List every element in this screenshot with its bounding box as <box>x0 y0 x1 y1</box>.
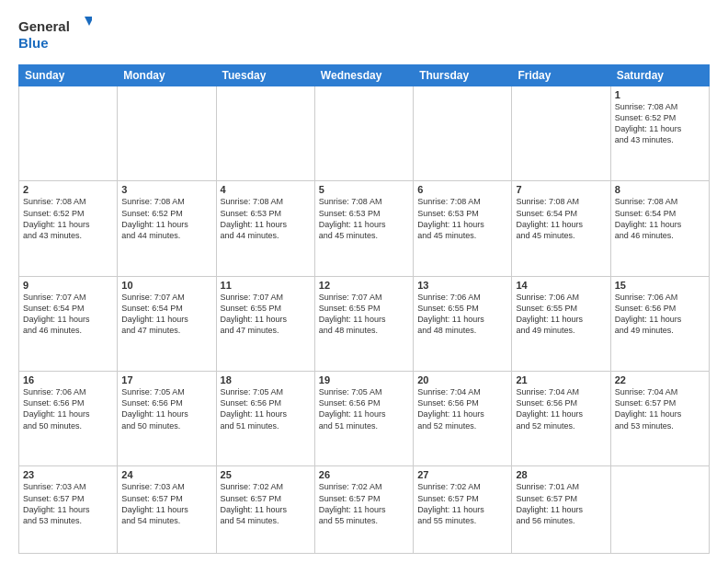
header-sunday: Sunday <box>19 65 118 86</box>
calendar-cell: 12Sunrise: 7:07 AM Sunset: 6:55 PM Dayli… <box>314 276 413 371</box>
day-number: 11 <box>221 280 311 291</box>
day-number: 17 <box>121 374 211 385</box>
day-number: 20 <box>417 374 507 385</box>
day-number: 8 <box>615 184 705 195</box>
day-info: Sunrise: 7:03 AM Sunset: 6:57 PM Dayligh… <box>121 481 211 526</box>
day-number: 21 <box>516 374 606 385</box>
day-number: 19 <box>319 374 409 385</box>
day-info: Sunrise: 7:05 AM Sunset: 6:56 PM Dayligh… <box>121 386 211 431</box>
day-number: 24 <box>121 469 211 480</box>
header-thursday: Thursday <box>414 65 512 86</box>
day-number: 4 <box>221 184 311 195</box>
day-info: Sunrise: 7:08 AM Sunset: 6:54 PM Dayligh… <box>516 196 606 241</box>
day-info: Sunrise: 7:02 AM Sunset: 6:57 PM Dayligh… <box>221 481 311 526</box>
day-info: Sunrise: 7:05 AM Sunset: 6:56 PM Dayligh… <box>319 386 409 431</box>
day-number: 1 <box>615 89 705 100</box>
calendar-cell: 16Sunrise: 7:06 AM Sunset: 6:56 PM Dayli… <box>19 372 118 466</box>
calendar-cell: 18Sunrise: 7:05 AM Sunset: 6:56 PM Dayli… <box>216 372 314 466</box>
calendar-cell: 17Sunrise: 7:05 AM Sunset: 6:56 PM Dayli… <box>118 372 216 466</box>
calendar-cell: 23Sunrise: 7:03 AM Sunset: 6:57 PM Dayli… <box>19 466 118 554</box>
day-info: Sunrise: 7:04 AM Sunset: 6:56 PM Dayligh… <box>417 386 507 431</box>
header-row: SundayMondayTuesdayWednesdayThursdayFrid… <box>19 65 710 86</box>
day-number: 10 <box>121 280 211 291</box>
week-row-4: 16Sunrise: 7:06 AM Sunset: 6:56 PM Dayli… <box>19 372 710 466</box>
calendar-cell: 6Sunrise: 7:08 AM Sunset: 6:53 PM Daylig… <box>414 181 512 276</box>
calendar-cell: 2Sunrise: 7:08 AM Sunset: 6:52 PM Daylig… <box>19 181 118 276</box>
day-number: 12 <box>319 280 409 291</box>
calendar-cell: 8Sunrise: 7:08 AM Sunset: 6:54 PM Daylig… <box>610 181 709 276</box>
day-number: 6 <box>417 184 507 195</box>
calendar-cell: 5Sunrise: 7:08 AM Sunset: 6:53 PM Daylig… <box>314 181 413 276</box>
week-row-2: 2Sunrise: 7:08 AM Sunset: 6:52 PM Daylig… <box>19 181 710 276</box>
calendar-cell <box>414 86 512 181</box>
day-number: 13 <box>417 280 507 291</box>
calendar-cell: 24Sunrise: 7:03 AM Sunset: 6:57 PM Dayli… <box>118 466 216 554</box>
calendar-cell: 27Sunrise: 7:02 AM Sunset: 6:57 PM Dayli… <box>414 466 512 554</box>
page: General Blue SundayMondayTuesdayWednesda… <box>0 0 728 563</box>
day-info: Sunrise: 7:03 AM Sunset: 6:57 PM Dayligh… <box>23 481 113 526</box>
calendar-table: SundayMondayTuesdayWednesdayThursdayFrid… <box>18 64 710 554</box>
day-info: Sunrise: 7:06 AM Sunset: 6:55 PM Dayligh… <box>516 292 606 337</box>
calendar-cell: 15Sunrise: 7:06 AM Sunset: 6:56 PM Dayli… <box>610 276 709 371</box>
week-row-5: 23Sunrise: 7:03 AM Sunset: 6:57 PM Dayli… <box>19 466 710 554</box>
day-info: Sunrise: 7:04 AM Sunset: 6:57 PM Dayligh… <box>615 386 705 431</box>
day-number: 7 <box>516 184 606 195</box>
header-saturday: Saturday <box>610 65 709 86</box>
day-info: Sunrise: 7:02 AM Sunset: 6:57 PM Dayligh… <box>319 481 409 526</box>
header: General Blue <box>18 15 710 55</box>
day-number: 9 <box>23 280 113 291</box>
calendar-cell: 11Sunrise: 7:07 AM Sunset: 6:55 PM Dayli… <box>216 276 314 371</box>
calendar-cell: 9Sunrise: 7:07 AM Sunset: 6:54 PM Daylig… <box>19 276 118 371</box>
calendar-cell: 1Sunrise: 7:08 AM Sunset: 6:52 PM Daylig… <box>610 86 709 181</box>
day-number: 2 <box>23 184 113 195</box>
logo: General Blue <box>18 15 92 55</box>
day-info: Sunrise: 7:08 AM Sunset: 6:53 PM Dayligh… <box>319 196 409 241</box>
calendar-cell: 28Sunrise: 7:01 AM Sunset: 6:57 PM Dayli… <box>512 466 610 554</box>
day-info: Sunrise: 7:08 AM Sunset: 6:52 PM Dayligh… <box>615 101 705 146</box>
calendar-cell: 22Sunrise: 7:04 AM Sunset: 6:57 PM Dayli… <box>610 372 709 466</box>
week-row-1: 1Sunrise: 7:08 AM Sunset: 6:52 PM Daylig… <box>19 86 710 181</box>
day-number: 27 <box>417 469 507 480</box>
calendar-cell: 19Sunrise: 7:05 AM Sunset: 6:56 PM Dayli… <box>314 372 413 466</box>
day-info: Sunrise: 7:07 AM Sunset: 6:54 PM Dayligh… <box>121 292 211 337</box>
calendar-cell <box>118 86 216 181</box>
calendar-cell <box>216 86 314 181</box>
day-info: Sunrise: 7:07 AM Sunset: 6:55 PM Dayligh… <box>221 292 311 337</box>
day-info: Sunrise: 7:08 AM Sunset: 6:53 PM Dayligh… <box>417 196 507 241</box>
day-number: 5 <box>319 184 409 195</box>
day-info: Sunrise: 7:06 AM Sunset: 6:56 PM Dayligh… <box>615 292 705 337</box>
day-info: Sunrise: 7:06 AM Sunset: 6:55 PM Dayligh… <box>417 292 507 337</box>
calendar-cell: 13Sunrise: 7:06 AM Sunset: 6:55 PM Dayli… <box>414 276 512 371</box>
day-info: Sunrise: 7:08 AM Sunset: 6:52 PM Dayligh… <box>23 196 113 241</box>
svg-text:General: General <box>18 18 70 34</box>
day-info: Sunrise: 7:07 AM Sunset: 6:54 PM Dayligh… <box>23 292 113 337</box>
day-number: 18 <box>221 374 311 385</box>
day-info: Sunrise: 7:08 AM Sunset: 6:54 PM Dayligh… <box>615 196 705 241</box>
calendar-cell: 7Sunrise: 7:08 AM Sunset: 6:54 PM Daylig… <box>512 181 610 276</box>
calendar-cell: 25Sunrise: 7:02 AM Sunset: 6:57 PM Dayli… <box>216 466 314 554</box>
calendar-cell <box>512 86 610 181</box>
day-info: Sunrise: 7:01 AM Sunset: 6:57 PM Dayligh… <box>516 481 606 526</box>
day-number: 16 <box>23 374 113 385</box>
day-number: 14 <box>516 280 606 291</box>
calendar-cell: 20Sunrise: 7:04 AM Sunset: 6:56 PM Dayli… <box>414 372 512 466</box>
day-info: Sunrise: 7:02 AM Sunset: 6:57 PM Dayligh… <box>417 481 507 526</box>
day-number: 22 <box>615 374 705 385</box>
calendar-cell <box>610 466 709 554</box>
day-info: Sunrise: 7:05 AM Sunset: 6:56 PM Dayligh… <box>221 386 311 431</box>
svg-text:Blue: Blue <box>18 35 49 51</box>
day-info: Sunrise: 7:08 AM Sunset: 6:53 PM Dayligh… <box>221 196 311 241</box>
calendar-cell: 26Sunrise: 7:02 AM Sunset: 6:57 PM Dayli… <box>314 466 413 554</box>
header-monday: Monday <box>118 65 216 86</box>
week-row-3: 9Sunrise: 7:07 AM Sunset: 6:54 PM Daylig… <box>19 276 710 371</box>
day-info: Sunrise: 7:07 AM Sunset: 6:55 PM Dayligh… <box>319 292 409 337</box>
header-wednesday: Wednesday <box>314 65 413 86</box>
calendar-cell: 10Sunrise: 7:07 AM Sunset: 6:54 PM Dayli… <box>118 276 216 371</box>
day-number: 28 <box>516 469 606 480</box>
day-info: Sunrise: 7:04 AM Sunset: 6:56 PM Dayligh… <box>516 386 606 431</box>
day-number: 3 <box>121 184 211 195</box>
calendar-cell: 14Sunrise: 7:06 AM Sunset: 6:55 PM Dayli… <box>512 276 610 371</box>
calendar-cell: 4Sunrise: 7:08 AM Sunset: 6:53 PM Daylig… <box>216 181 314 276</box>
day-info: Sunrise: 7:08 AM Sunset: 6:52 PM Dayligh… <box>121 196 211 241</box>
header-tuesday: Tuesday <box>216 65 314 86</box>
